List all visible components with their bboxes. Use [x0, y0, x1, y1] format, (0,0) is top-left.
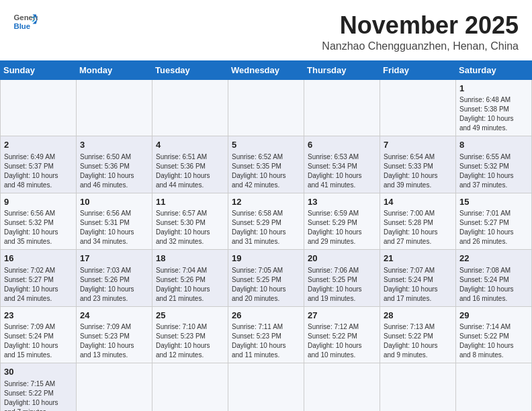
calendar-week-row: 9Sunrise: 6:56 AM Sunset: 5:32 PM Daylig…: [1, 193, 532, 250]
calendar-week-row: 16Sunrise: 7:02 AM Sunset: 5:27 PM Dayli…: [1, 250, 532, 307]
day-info: Sunrise: 7:13 AM Sunset: 5:22 PM Dayligh…: [384, 322, 452, 360]
calendar-subtitle: Nanzhao Chengguanzhen, Henan, China: [322, 40, 519, 52]
day-number: 20: [308, 253, 376, 265]
day-info: Sunrise: 7:08 AM Sunset: 5:24 PM Dayligh…: [459, 266, 528, 304]
day-number: 25: [156, 310, 224, 322]
calendar-cell: 13Sunrise: 6:59 AM Sunset: 5:29 PM Dayli…: [304, 193, 380, 250]
calendar-cell: [304, 79, 380, 136]
calendar-cell: 2Sunrise: 6:49 AM Sunset: 5:37 PM Daylig…: [1, 136, 77, 193]
day-number: 12: [232, 196, 300, 208]
calendar-cell: [152, 79, 228, 136]
calendar-cell: 21Sunrise: 7:07 AM Sunset: 5:24 PM Dayli…: [380, 250, 456, 307]
calendar-cell: 28Sunrise: 7:13 AM Sunset: 5:22 PM Dayli…: [380, 306, 456, 363]
day-number: 6: [308, 139, 376, 151]
day-number: 5: [232, 139, 300, 151]
day-info: Sunrise: 6:53 AM Sunset: 5:34 PM Dayligh…: [308, 152, 376, 190]
day-info: Sunrise: 7:15 AM Sunset: 5:22 PM Dayligh…: [4, 379, 73, 411]
weekday-header-friday: Friday: [380, 60, 456, 79]
day-info: Sunrise: 7:10 AM Sunset: 5:23 PM Dayligh…: [156, 322, 224, 360]
day-info: Sunrise: 7:01 AM Sunset: 5:27 PM Dayligh…: [459, 209, 528, 246]
day-info: Sunrise: 6:54 AM Sunset: 5:33 PM Dayligh…: [384, 152, 452, 190]
calendar-cell: 15Sunrise: 7:01 AM Sunset: 5:27 PM Dayli…: [456, 193, 532, 250]
day-info: Sunrise: 7:02 AM Sunset: 5:27 PM Dayligh…: [4, 266, 73, 304]
day-info: Sunrise: 7:09 AM Sunset: 5:23 PM Dayligh…: [80, 322, 148, 360]
calendar-cell: 11Sunrise: 6:57 AM Sunset: 5:30 PM Dayli…: [152, 193, 228, 250]
calendar-cell: 29Sunrise: 7:14 AM Sunset: 5:22 PM Dayli…: [456, 306, 532, 363]
calendar-cell: [228, 79, 304, 136]
calendar-cell: 6Sunrise: 6:53 AM Sunset: 5:34 PM Daylig…: [304, 136, 380, 193]
day-info: Sunrise: 6:48 AM Sunset: 5:38 PM Dayligh…: [459, 95, 528, 133]
day-info: Sunrise: 7:11 AM Sunset: 5:23 PM Dayligh…: [232, 322, 300, 360]
generalblue-logo-icon: General Blue: [13, 12, 38, 31]
calendar-cell: 20Sunrise: 7:06 AM Sunset: 5:25 PM Dayli…: [304, 250, 380, 307]
calendar-cell: [380, 363, 456, 411]
calendar-cell: 12Sunrise: 6:58 AM Sunset: 5:29 PM Dayli…: [228, 193, 304, 250]
day-number: 19: [232, 253, 300, 265]
day-info: Sunrise: 7:09 AM Sunset: 5:24 PM Dayligh…: [4, 322, 73, 360]
day-info: Sunrise: 7:00 AM Sunset: 5:28 PM Dayligh…: [384, 209, 452, 246]
day-number: 2: [4, 139, 73, 151]
calendar-cell: 3Sunrise: 6:50 AM Sunset: 5:36 PM Daylig…: [77, 136, 152, 193]
day-number: 16: [4, 253, 73, 265]
logo: General Blue: [13, 12, 38, 31]
day-number: 7: [384, 139, 452, 151]
day-info: Sunrise: 6:55 AM Sunset: 5:32 PM Dayligh…: [459, 152, 528, 190]
calendar-cell: 5Sunrise: 6:52 AM Sunset: 5:35 PM Daylig…: [228, 136, 304, 193]
day-info: Sunrise: 6:51 AM Sunset: 5:36 PM Dayligh…: [156, 152, 224, 190]
day-number: 30: [4, 366, 73, 378]
weekday-header-thursday: Thursday: [304, 60, 380, 79]
day-number: 29: [459, 310, 528, 322]
day-info: Sunrise: 6:56 AM Sunset: 5:31 PM Dayligh…: [80, 209, 148, 246]
day-info: Sunrise: 6:50 AM Sunset: 5:36 PM Dayligh…: [80, 152, 148, 190]
calendar-cell: [77, 79, 152, 136]
weekday-header-monday: Monday: [77, 60, 152, 79]
header: General Blue November 2025 Nanzhao Cheng…: [0, 0, 532, 58]
calendar-cell: [304, 363, 380, 411]
calendar-title: November 2025: [322, 12, 519, 39]
day-number: 22: [459, 253, 528, 265]
day-number: 15: [459, 196, 528, 208]
day-number: 3: [80, 139, 148, 151]
calendar-cell: 18Sunrise: 7:04 AM Sunset: 5:26 PM Dayli…: [152, 250, 228, 307]
day-number: 21: [384, 253, 452, 265]
day-info: Sunrise: 7:03 AM Sunset: 5:26 PM Dayligh…: [80, 266, 148, 304]
calendar-cell: [456, 363, 532, 411]
calendar-week-row: 2Sunrise: 6:49 AM Sunset: 5:37 PM Daylig…: [1, 136, 532, 193]
calendar-cell: [77, 363, 152, 411]
day-number: 24: [80, 310, 148, 322]
day-info: Sunrise: 6:59 AM Sunset: 5:29 PM Dayligh…: [308, 209, 376, 246]
day-info: Sunrise: 7:05 AM Sunset: 5:25 PM Dayligh…: [232, 266, 300, 304]
calendar-cell: 23Sunrise: 7:09 AM Sunset: 5:24 PM Dayli…: [1, 306, 77, 363]
calendar-cell: [228, 363, 304, 411]
calendar-cell: [152, 363, 228, 411]
weekday-header-tuesday: Tuesday: [152, 60, 228, 79]
calendar-cell: 24Sunrise: 7:09 AM Sunset: 5:23 PM Dayli…: [77, 306, 152, 363]
day-number: 10: [80, 196, 148, 208]
day-info: Sunrise: 7:14 AM Sunset: 5:22 PM Dayligh…: [459, 322, 528, 360]
calendar-cell: 10Sunrise: 6:56 AM Sunset: 5:31 PM Dayli…: [77, 193, 152, 250]
day-info: Sunrise: 6:49 AM Sunset: 5:37 PM Dayligh…: [4, 152, 73, 190]
calendar-cell: 26Sunrise: 7:11 AM Sunset: 5:23 PM Dayli…: [228, 306, 304, 363]
day-number: 14: [384, 196, 452, 208]
calendar-cell: 8Sunrise: 6:55 AM Sunset: 5:32 PM Daylig…: [456, 136, 532, 193]
calendar-cell: 25Sunrise: 7:10 AM Sunset: 5:23 PM Dayli…: [152, 306, 228, 363]
calendar-cell: 1Sunrise: 6:48 AM Sunset: 5:38 PM Daylig…: [456, 79, 532, 136]
day-number: 8: [459, 139, 528, 151]
day-number: 27: [308, 310, 376, 322]
day-number: 28: [384, 310, 452, 322]
weekday-header-wednesday: Wednesday: [228, 60, 304, 79]
day-number: 18: [156, 253, 224, 265]
day-info: Sunrise: 6:58 AM Sunset: 5:29 PM Dayligh…: [232, 209, 300, 246]
calendar-cell: 22Sunrise: 7:08 AM Sunset: 5:24 PM Dayli…: [456, 250, 532, 307]
day-number: 1: [459, 83, 528, 95]
calendar-cell: 30Sunrise: 7:15 AM Sunset: 5:22 PM Dayli…: [1, 363, 77, 411]
calendar-cell: 9Sunrise: 6:56 AM Sunset: 5:32 PM Daylig…: [1, 193, 77, 250]
day-number: 9: [4, 196, 73, 208]
page: General Blue November 2025 Nanzhao Cheng…: [0, 0, 532, 411]
day-number: 23: [4, 310, 73, 322]
day-info: Sunrise: 6:57 AM Sunset: 5:30 PM Dayligh…: [156, 209, 224, 246]
calendar-cell: 14Sunrise: 7:00 AM Sunset: 5:28 PM Dayli…: [380, 193, 456, 250]
calendar-table: SundayMondayTuesdayWednesdayThursdayFrid…: [0, 60, 532, 411]
calendar-cell: 17Sunrise: 7:03 AM Sunset: 5:26 PM Dayli…: [77, 250, 152, 307]
calendar-cell: 27Sunrise: 7:12 AM Sunset: 5:22 PM Dayli…: [304, 306, 380, 363]
